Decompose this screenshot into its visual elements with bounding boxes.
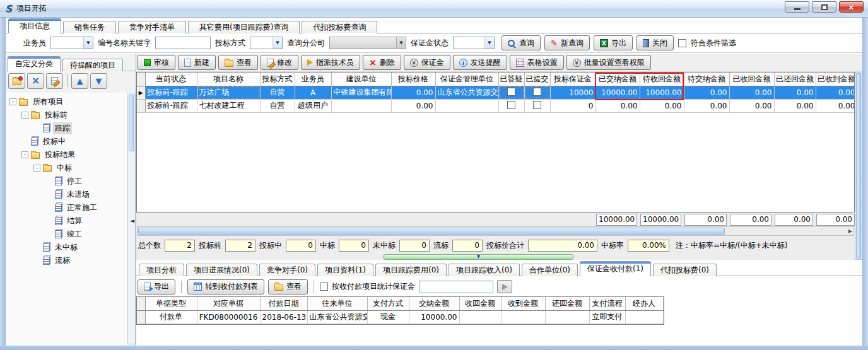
deposit-status-combo[interactable]: ▼: [453, 37, 495, 49]
checkbox[interactable]: [507, 88, 515, 96]
tree-item[interactable]: 未中标: [6, 241, 127, 254]
move-up-button[interactable]: ▲: [71, 73, 88, 89]
new-query-button[interactable]: ✎新查询: [544, 35, 590, 50]
splitter-bar[interactable]: ▼: [383, 254, 574, 260]
column-header[interactable]: 单据类型: [145, 297, 197, 310]
table-settings-button[interactable]: 表格设置: [510, 55, 564, 70]
modify-button[interactable]: 修改: [261, 55, 298, 70]
payments-table[interactable]: 单据类型对应单据付款日期往来单位支付方式交纳金额收回金额收到金额还回金额支付流程…: [137, 297, 664, 324]
stat-input[interactable]: [419, 281, 493, 293]
tree-item[interactable]: 正常施工: [6, 201, 127, 214]
tree-item[interactable]: 未进场: [6, 188, 127, 201]
column-header[interactable]: 收到金额: [501, 297, 545, 310]
minimize-button[interactable]: [785, 1, 809, 13]
maximize-button[interactable]: [812, 1, 836, 13]
close-button[interactable]: ×: [839, 1, 864, 13]
main-tab-1[interactable]: 项目信息: [8, 18, 61, 33]
new-button[interactable]: 新建: [178, 55, 216, 70]
category-tab-2[interactable]: 待提醒的项目: [62, 59, 123, 71]
main-tab-4[interactable]: 其它费用(项目跟踪费)查询: [188, 21, 300, 33]
query-button[interactable]: 查询: [501, 35, 541, 50]
detail-tab-5[interactable]: 项目跟踪费用(0): [375, 264, 447, 276]
close-button[interactable]: 关闭: [636, 35, 674, 50]
tree-item[interactable]: 结算: [6, 214, 127, 228]
delete-category-button[interactable]: ×: [27, 73, 44, 89]
column-header[interactable]: 投标方式: [260, 73, 295, 86]
column-header[interactable]: 待收回金额: [640, 73, 684, 86]
branch-combo[interactable]: ▼: [329, 37, 406, 49]
scroll-thumb[interactable]: [129, 95, 134, 151]
expander-icon[interactable]: -: [9, 98, 16, 105]
stat-apply-button[interactable]: [497, 280, 512, 293]
goto-payment-list-button[interactable]: 转到收付款列表: [187, 279, 264, 295]
checkbox[interactable]: [533, 88, 541, 96]
bid-method-combo[interactable]: ▼: [250, 37, 283, 49]
detail-tab-1[interactable]: 项目分析: [139, 264, 184, 276]
detail-tab-7[interactable]: 合作单位(0): [522, 264, 578, 276]
column-header[interactable]: 已答疑: [498, 73, 524, 86]
column-header[interactable]: 往来单位: [307, 297, 367, 310]
scroll-thumb[interactable]: [138, 228, 725, 235]
column-header[interactable]: 支付流程: [589, 297, 625, 310]
category-tab-1[interactable]: 自定义分类: [8, 56, 61, 71]
column-header[interactable]: 投标价格: [391, 73, 435, 86]
column-header[interactable]: 项目名称: [197, 73, 260, 86]
column-header[interactable]: 建设单位: [331, 73, 391, 86]
tree-item[interactable]: -投标前: [6, 108, 127, 122]
delete-button[interactable]: ×删除: [363, 55, 401, 70]
horizontal-scrollbar[interactable]: ▶: [137, 226, 854, 236]
expander-icon[interactable]: -: [21, 151, 28, 158]
detail-tab-8[interactable]: 保证金收付款(1): [580, 261, 651, 276]
detail-tab-6[interactable]: 项目跟踪收入(0): [449, 264, 520, 276]
export-payments-button[interactable]: 导出: [138, 279, 175, 295]
collapse-panel-arrow[interactable]: ◄: [130, 218, 134, 224]
view-button[interactable]: 查看: [218, 55, 258, 70]
detail-tab-4[interactable]: 项目资料(1): [317, 264, 373, 276]
detail-tab-9[interactable]: 代扣投标费(0): [653, 264, 717, 276]
export-button[interactable]: X导出: [594, 35, 633, 50]
column-header[interactable]: 对应单据: [197, 297, 260, 310]
checkbox[interactable]: [533, 101, 541, 109]
column-header[interactable]: 经办人: [625, 297, 663, 310]
tree-item[interactable]: 竣工: [6, 228, 127, 241]
column-header[interactable]: 业务员: [295, 73, 331, 86]
main-tab-5[interactable]: 代扣投标费查询: [302, 21, 377, 33]
main-tab-3[interactable]: 竞争对手清单: [118, 21, 186, 33]
column-header[interactable]: 收回金额: [459, 297, 501, 310]
column-header[interactable]: 投标保证金: [550, 73, 595, 86]
projects-table[interactable]: 当前状态项目名称投标方式业务员建设单位投标价格保证金管理单位已答疑已提交投标保证…: [137, 73, 855, 113]
main-tab-2[interactable]: 销售任务: [63, 21, 116, 33]
detail-tab-3[interactable]: 竞争对手(0): [259, 264, 315, 276]
keyword-input[interactable]: [155, 37, 211, 49]
column-header[interactable]: 已收回金额: [729, 73, 774, 86]
tree-item[interactable]: 投标中: [6, 135, 127, 148]
edit-category-button[interactable]: [46, 73, 63, 89]
scroll-thumb[interactable]: [856, 73, 861, 259]
column-header[interactable]: 已提交: [524, 73, 550, 86]
expander-icon[interactable]: -: [21, 112, 28, 119]
deposit-button[interactable]: ¥保证金: [404, 55, 450, 70]
tree-item[interactable]: 流标: [6, 254, 127, 267]
column-header[interactable]: 待交纳金额: [684, 73, 729, 86]
tree-item[interactable]: 跟踪: [6, 122, 127, 135]
vertical-scrollbar[interactable]: [855, 72, 862, 260]
column-header[interactable]: 已交纳金额: [595, 73, 640, 86]
tree-item[interactable]: 停工: [6, 175, 127, 188]
tree-item[interactable]: -投标结果: [6, 148, 127, 161]
tree-item[interactable]: -所有项目: [6, 95, 127, 108]
batch-permission-button[interactable]: ¥批量设置查看权限: [566, 55, 651, 70]
column-header[interactable]: 保证金管理单位: [435, 73, 498, 86]
detail-tab-2[interactable]: 项目进展情况(0): [186, 264, 257, 276]
column-header[interactable]: 已收到金额: [816, 73, 855, 86]
send-reminder-button[interactable]: i发送提醒: [453, 55, 507, 70]
view-payment-button[interactable]: 查看: [268, 279, 308, 295]
column-header[interactable]: 还回金额: [545, 297, 589, 310]
column-header[interactable]: 付款日期: [260, 297, 307, 310]
table-row[interactable]: 投标前-跟踪七村改建工程自营超级用户0.0000.000.000.000.000…: [137, 99, 855, 112]
salesperson-combo[interactable]: ▼: [50, 37, 93, 49]
move-down-button[interactable]: ▼: [90, 73, 107, 89]
scroll-right-arrow[interactable]: ▶: [848, 228, 852, 234]
column-header[interactable]: 当前状态: [145, 73, 197, 86]
new-category-button[interactable]: [8, 73, 25, 89]
tree-item[interactable]: -中标: [6, 161, 127, 175]
